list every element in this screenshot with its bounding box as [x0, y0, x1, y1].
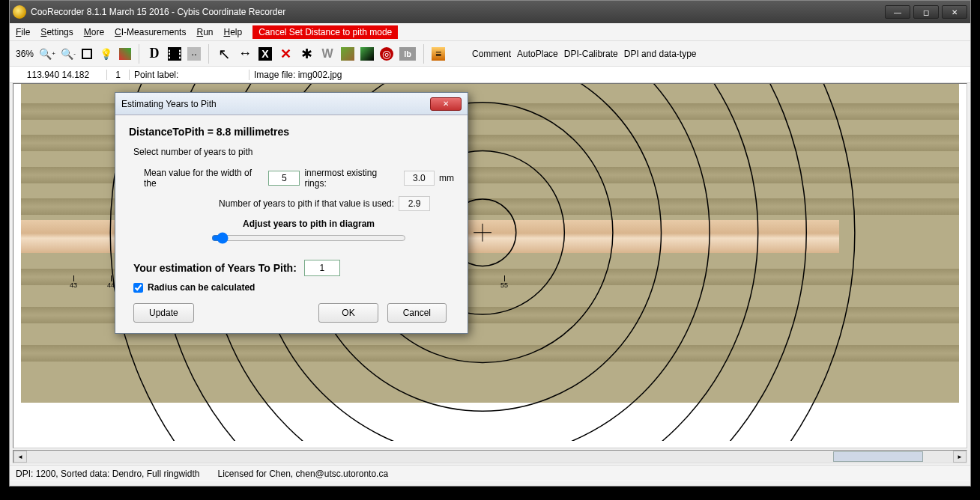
- w-button[interactable]: W: [320, 46, 335, 61]
- autoplace-button[interactable]: AutoPlace: [517, 49, 558, 59]
- zoom-out-icon[interactable]: 🔍-: [61, 46, 76, 61]
- select-years-label: Select number of years to pith: [129, 147, 454, 157]
- black-square-dots-icon[interactable]: ⋮⋮: [168, 47, 181, 61]
- cursor-coordinates: 113.940 14.182: [10, 70, 107, 80]
- lb-button[interactable]: lb: [399, 47, 416, 61]
- dpi-datatype-button[interactable]: DPI and data-type: [624, 49, 697, 59]
- point-number: 1: [107, 70, 130, 80]
- scale-tick-44: 44: [107, 281, 115, 289]
- dialog-title: Estimating Years to Pith: [121, 99, 217, 109]
- scroll-left-arrow[interactable]: ◄: [13, 451, 27, 463]
- zoom-fit-icon[interactable]: [82, 49, 92, 59]
- x-black-icon[interactable]: X: [258, 47, 272, 61]
- menubar: File Settings More CI-Measurements Run H…: [10, 23, 970, 41]
- horizontal-scrollbar[interactable]: ◄ ►: [13, 450, 967, 463]
- menu-help[interactable]: Help: [223, 27, 242, 37]
- menu-file[interactable]: File: [16, 27, 30, 37]
- image-file-caption: Image file: img002.jpg: [249, 70, 342, 80]
- info-bar: 113.940 14.182 1 Point label: Image file…: [10, 67, 970, 83]
- maximize-button[interactable]: ◻: [913, 5, 939, 19]
- menu-ci-measurements[interactable]: CI-Measurements: [115, 27, 186, 37]
- scroll-right-arrow[interactable]: ►: [953, 451, 967, 463]
- zoom-in-icon[interactable]: 🔍+: [40, 46, 55, 61]
- calc-years-label: Number of years to pith if that value is…: [219, 198, 394, 209]
- update-button[interactable]: Update: [133, 303, 194, 323]
- lightbulb-icon[interactable]: 💡: [98, 46, 113, 61]
- radius-calc-label: Radius can be calculated: [148, 282, 255, 293]
- scroll-track[interactable]: [27, 451, 953, 463]
- dpi-calibrate-button[interactable]: DPI-Calibrate: [564, 49, 618, 59]
- dialog-titlebar[interactable]: Estimating Years to Pith ✕: [115, 93, 468, 115]
- distance-to-pith-heading: DistanceToPith = 8.8 millimetres: [129, 126, 454, 138]
- comment-button[interactable]: Comment: [472, 49, 511, 59]
- target-red-icon[interactable]: ◎: [380, 47, 393, 61]
- estimation-input[interactable]: [304, 260, 340, 276]
- mean-width-label-pre: Mean value for the width of the: [144, 168, 264, 189]
- orange-bars-icon[interactable]: ≡: [432, 47, 445, 61]
- menu-run[interactable]: Run: [196, 27, 213, 37]
- mean-width-label-post: innermost existing rings:: [304, 168, 399, 189]
- slider-label: Adjust years to pith in diagram: [211, 219, 406, 229]
- mode-banner[interactable]: Cancel Set Distance to pith mode: [252, 25, 398, 39]
- point-label-caption: Point label:: [130, 70, 249, 80]
- diag-green-brown-icon[interactable]: [341, 47, 354, 61]
- menu-more[interactable]: More: [84, 27, 104, 37]
- minimize-button[interactable]: —: [885, 5, 910, 19]
- close-button[interactable]: ✕: [942, 5, 967, 19]
- estimation-label: Your estimation of Years To Pith:: [133, 262, 297, 274]
- color-toggle-icon[interactable]: [119, 48, 131, 60]
- app-window: CooRecorder 8.1.1 March 15 2016 - Cybis …: [9, 0, 971, 487]
- app-icon: [13, 5, 26, 19]
- toolbar: 36% 🔍+ 🔍- 💡 D ⋮⋮ ·· ↖ ↔ X ✕ ✱ W ◎ lb ≡ C…: [10, 41, 970, 67]
- status-bar: DPI: 1200, Sorted data: Dendro, Full rin…: [10, 465, 970, 481]
- status-dpi-info: DPI: 1200, Sorted data: Dendro, Full rin…: [16, 469, 199, 479]
- diag-green-black-icon[interactable]: [360, 47, 374, 61]
- zoom-level[interactable]: 36%: [16, 49, 34, 59]
- years-to-pith-dialog: Estimating Years to Pith ✕ DistanceToPit…: [115, 92, 468, 334]
- d-mode-button[interactable]: D: [147, 46, 162, 61]
- window-title: CooRecorder 8.1.1 March 15 2016 - Cybis …: [31, 7, 285, 17]
- asterisk-icon[interactable]: ✱: [299, 46, 314, 61]
- status-license: Licensed for Chen, chen@utsc.utoronto.ca: [217, 469, 388, 479]
- cancel-button[interactable]: Cancel: [387, 303, 447, 323]
- horizontal-arrows-icon[interactable]: ↔: [238, 46, 252, 61]
- dialog-close-button[interactable]: ✕: [430, 97, 462, 111]
- scale-tick-43: 43: [70, 281, 77, 289]
- ring-count-input[interactable]: [268, 171, 300, 186]
- years-slider[interactable]: [211, 232, 406, 244]
- mean-width-value: 3.0: [404, 171, 435, 186]
- radius-calc-checkbox[interactable]: [133, 283, 143, 293]
- cursor-arrow-icon[interactable]: ↖: [217, 46, 232, 61]
- x-red-icon[interactable]: ✕: [278, 46, 293, 61]
- calc-years-value: 2.9: [399, 196, 430, 211]
- titlebar: CooRecorder 8.1.1 March 15 2016 - Cybis …: [10, 1, 970, 23]
- ok-button[interactable]: OK: [318, 303, 378, 323]
- gray-dots-icon[interactable]: ··: [187, 47, 201, 61]
- mm-unit: mm: [439, 173, 454, 183]
- scale-tick-55: 55: [500, 281, 508, 289]
- scroll-thumb[interactable]: [833, 451, 923, 462]
- menu-settings[interactable]: Settings: [40, 27, 73, 37]
